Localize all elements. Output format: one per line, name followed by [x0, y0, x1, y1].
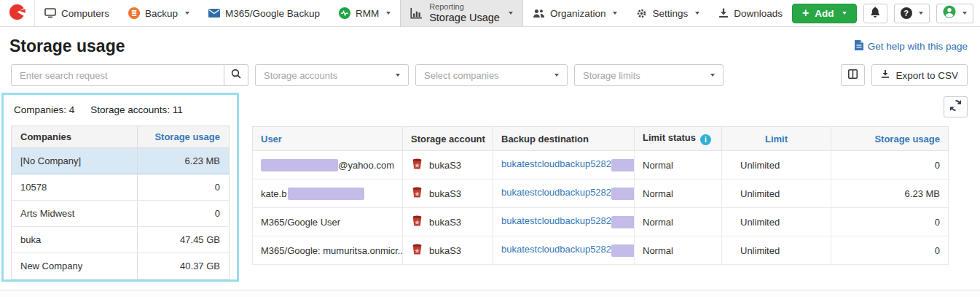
- redaction-box: [261, 159, 338, 171]
- storage-usage-column-header[interactable]: Storage usage: [831, 127, 949, 151]
- export-to-csv-button[interactable]: Export to CSV: [871, 64, 968, 86]
- company-usage: 40.37 GB: [138, 253, 230, 279]
- redaction-box: [611, 159, 634, 171]
- destination-link[interactable]: bukatestcloudbackup5282: [501, 187, 611, 198]
- limit-status-column-header: Limit statusi: [635, 127, 722, 151]
- export-to-csv-label: Export to CSV: [895, 70, 958, 81]
- search-button[interactable]: [224, 64, 248, 86]
- download-icon: [718, 8, 729, 18]
- storage-account-cell: bukaS3: [403, 236, 493, 265]
- page-title: Storage usage: [9, 36, 125, 56]
- s3-bucket-icon: [411, 158, 423, 172]
- search-input[interactable]: [11, 64, 224, 86]
- backup-destination-cell: bukatestcloudbackup5282: [493, 236, 635, 265]
- nav-backup-label: Backup: [145, 8, 178, 19]
- nav-computers[interactable]: Computers: [35, 0, 119, 26]
- redaction-box: [611, 216, 634, 228]
- get-help-link[interactable]: Get help with this page: [855, 40, 968, 53]
- destination-link[interactable]: bukatestcloudbackup5282: [501, 158, 611, 169]
- companies-panel: Companies: 4 Storage accounts: 11 Compan…: [1, 93, 239, 282]
- refresh-button[interactable]: [944, 96, 968, 117]
- limit-cell: Unlimited: [722, 180, 831, 208]
- nav-m365-google-backup[interactable]: M365/Google Backup: [199, 0, 329, 26]
- backup-destination-cell: bukatestcloudbackup5282: [493, 151, 635, 180]
- company-row-new-company[interactable]: New Company 40.37 GB: [12, 253, 230, 279]
- nav-rmm-label: RMM: [356, 8, 379, 19]
- monitor-icon: [44, 8, 56, 18]
- storage-usage-page: Computers Backup M365/Google Backup RM: [0, 0, 980, 297]
- gear-icon: [636, 8, 647, 19]
- s3-bucket-icon: [411, 243, 423, 258]
- help-menu-button[interactable]: ?: [894, 4, 930, 23]
- chevron-down-icon: [613, 12, 617, 15]
- company-name: New Company: [12, 253, 138, 279]
- user-row-kate: kate.b bukaS3 bukatestcloudbackup5282 No…: [253, 180, 949, 208]
- user-column-header[interactable]: User: [253, 127, 403, 151]
- storage-accounts-placeholder: Storage accounts: [264, 70, 337, 81]
- bottom-divider: [0, 290, 980, 297]
- account-menu-button[interactable]: [936, 4, 973, 23]
- column-settings-button[interactable]: [841, 64, 865, 86]
- user-row-yahoo: @yahoo.com bukaS3 bukatestcloudbackup528…: [253, 151, 949, 180]
- companies-count: Companies: 4: [14, 104, 74, 115]
- chevron-down-icon: [842, 12, 847, 15]
- users-area: User Storage account Backup destination …: [252, 93, 968, 282]
- nav-backup[interactable]: Backup: [119, 0, 199, 26]
- add-button-label: Add: [815, 8, 834, 19]
- company-row-10578[interactable]: 10578 0: [12, 174, 230, 201]
- help-icon: ?: [901, 7, 912, 19]
- chevron-down-icon: [554, 74, 559, 77]
- companies-column-header[interactable]: Companies: [12, 126, 138, 148]
- nav-settings[interactable]: Settings: [627, 0, 709, 26]
- limit-cell: Unlimited: [722, 236, 831, 265]
- app-logo[interactable]: [0, 0, 35, 26]
- user-avatar-icon: [943, 5, 956, 21]
- destination-link[interactable]: bukatestcloudbackup5282: [501, 215, 611, 226]
- get-help-label: Get help with this page: [868, 41, 968, 52]
- nav-settings-label: Settings: [652, 8, 688, 19]
- rmm-icon: [339, 7, 350, 19]
- storage-usage-cell: 0: [831, 151, 949, 180]
- bell-icon: [870, 6, 880, 20]
- envelope-icon: [208, 9, 220, 18]
- s3-bucket-icon: [411, 215, 423, 229]
- backup-destination-cell: bukatestcloudbackup5282: [493, 208, 635, 236]
- nav-downloads[interactable]: Downloads: [709, 0, 792, 26]
- refresh-icon: [950, 100, 961, 114]
- company-usage: 0: [138, 201, 230, 227]
- companies-usage-column-header[interactable]: Storage usage: [138, 126, 230, 148]
- user-row-m365-user: M365/Google User bukaS3 bukatestcloudbac…: [253, 208, 949, 236]
- company-row-buka[interactable]: buka 47.45 GB: [12, 227, 230, 253]
- company-name: Arts Midwest: [12, 201, 138, 227]
- chevron-down-icon: [396, 74, 400, 77]
- redaction-box: [611, 244, 634, 257]
- user-cell: kate.b: [253, 180, 403, 208]
- export-download-icon: [881, 69, 890, 81]
- company-row-no-company[interactable]: [No Company] 6.23 MB: [12, 148, 230, 174]
- nav-rmm[interactable]: RMM: [329, 0, 400, 26]
- storage-accounts-dropdown[interactable]: Storage accounts: [255, 64, 409, 86]
- storage-accounts-count: Storage accounts: 11: [90, 104, 183, 115]
- nav-organization-label: Organization: [550, 8, 606, 19]
- add-button[interactable]: + Add: [792, 4, 857, 23]
- chevron-down-icon: [710, 74, 715, 77]
- storage-account-cell: bukaS3: [403, 208, 493, 236]
- limit-column-header[interactable]: Limit: [722, 127, 831, 151]
- storage-limits-placeholder: Storage limits: [583, 70, 640, 81]
- nav-computers-label: Computers: [61, 8, 109, 19]
- storage-usage-cell: 6.23 MB: [831, 180, 949, 208]
- destination-link[interactable]: bukatestcloudbackup5282: [501, 244, 611, 255]
- nav-reporting-storage-usage[interactable]: Reporting Storage Usage: [400, 0, 523, 26]
- users-table: User Storage account Backup destination …: [252, 126, 949, 265]
- info-icon[interactable]: i: [700, 134, 711, 145]
- plus-icon: +: [802, 7, 809, 19]
- storage-limits-dropdown[interactable]: Storage limits: [574, 64, 724, 86]
- nav-m365-label: M365/Google Backup: [225, 8, 320, 19]
- notifications-button[interactable]: [863, 4, 887, 23]
- nav-organization[interactable]: Organization: [523, 0, 627, 26]
- search-icon: [231, 69, 241, 82]
- chevron-down-icon: [919, 12, 923, 15]
- company-row-arts-midwest[interactable]: Arts Midwest 0: [12, 201, 230, 227]
- company-usage: 0: [138, 174, 230, 201]
- select-companies-dropdown[interactable]: Select companies: [415, 64, 568, 86]
